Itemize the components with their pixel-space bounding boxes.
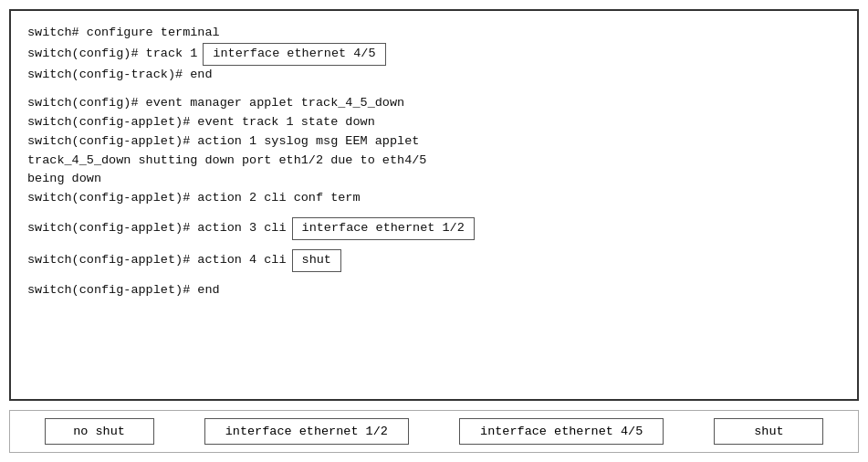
terminal-line-l5: switch(config-applet)# event track 1 sta… xyxy=(27,113,841,132)
terminal-line-l6: switch(config-applet)# action 1 syslog m… xyxy=(27,132,841,152)
line-text-l1: switch# configure terminal xyxy=(27,24,220,43)
terminal-line-l9: switch(config-applet)# action 2 cli conf… xyxy=(27,189,841,208)
line-text-l5: switch(config-applet)# event track 1 sta… xyxy=(27,113,375,132)
line-text-l3: switch(config-track)# end xyxy=(27,66,213,85)
spacer-spacer1 xyxy=(27,85,841,94)
line-text-l4: switch(config)# event manager applet tra… xyxy=(27,94,404,113)
line-text-l2a: switch(config)# track 1 xyxy=(27,45,197,64)
spacer-spacer2 xyxy=(27,208,841,217)
spacer-spacer4 xyxy=(27,272,841,281)
bottom-btn-btn1[interactable]: no shut xyxy=(45,418,154,445)
bottom-btn-btn2[interactable]: interface ethernet 1/2 xyxy=(204,418,409,445)
line-text-l7: track_4_5_down shutting down port eth1/2… xyxy=(27,152,426,171)
terminal-line-l4: switch(config)# event manager applet tra… xyxy=(27,94,841,113)
terminal-line-l7: track_4_5_down shutting down port eth1/2… xyxy=(27,152,841,171)
line-text-l9: switch(config-applet)# action 2 cli conf… xyxy=(27,189,361,208)
line-text-l8: being down xyxy=(27,170,101,189)
line-text-l10: switch(config-applet)# action 3 cli xyxy=(27,219,287,238)
inline-box-l11: shut xyxy=(292,249,341,272)
terminal-box: switch# configure terminalswitch(config)… xyxy=(9,9,859,401)
inline-box-l10: interface ethernet 1/2 xyxy=(292,217,475,240)
line-text-l12: switch(config-applet)# end xyxy=(27,281,220,300)
terminal-line-l8: being down xyxy=(27,170,841,189)
terminal-line-l10: switch(config-applet)# action 3 cli inte… xyxy=(27,217,841,240)
line-text-l11: switch(config-applet)# action 4 cli xyxy=(27,251,287,270)
terminal-line-l2a: switch(config)# track 1 interface ethern… xyxy=(27,43,841,66)
line-text-l6: switch(config-applet)# action 1 syslog m… xyxy=(27,132,419,152)
bottom-btn-btn3[interactable]: interface ethernet 4/5 xyxy=(459,418,664,445)
inline-box-l2a: interface ethernet 4/5 xyxy=(203,43,385,66)
spacer-spacer3 xyxy=(27,240,841,249)
bottom-btn-btn4[interactable]: shut xyxy=(714,418,823,445)
terminal-line-l3: switch(config-track)# end xyxy=(27,66,841,85)
terminal-line-l1: switch# configure terminal xyxy=(27,24,841,43)
terminal-line-l12: switch(config-applet)# end xyxy=(27,281,841,300)
terminal-line-l11: switch(config-applet)# action 4 cli shut xyxy=(27,249,841,272)
bottom-bar: no shutinterface ethernet 1/2interface e… xyxy=(9,410,859,453)
